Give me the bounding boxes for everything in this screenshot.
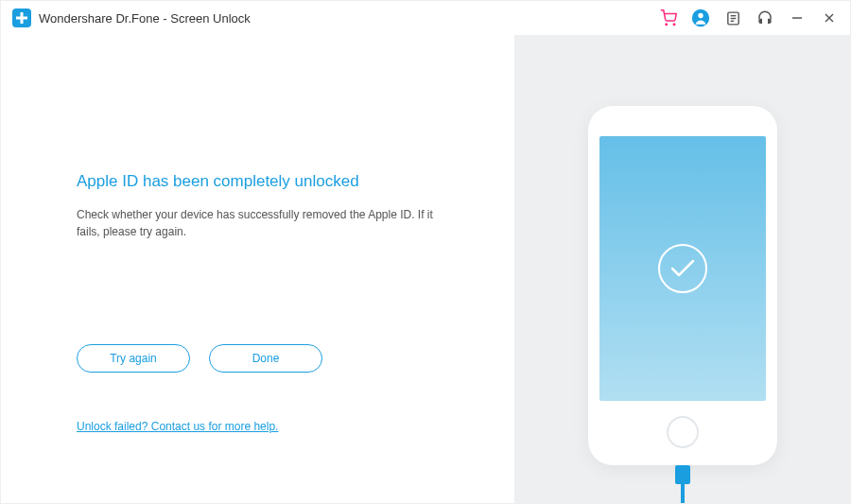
content: Apple ID has been completely unlocked Ch… xyxy=(1,35,850,503)
close-button[interactable] xyxy=(820,9,839,27)
status-subtext: Check whether your device has successful… xyxy=(77,206,436,240)
done-button[interactable]: Done xyxy=(209,344,322,373)
phone-illustration xyxy=(588,106,777,465)
app-title: Wondershare Dr.Fone - Screen Unlock xyxy=(39,11,651,26)
app-window: Wondershare Dr.Fone - Screen Unlock xyxy=(0,0,851,504)
app-logo-icon xyxy=(12,9,31,27)
cable xyxy=(681,482,685,503)
cart-icon[interactable] xyxy=(659,9,678,27)
try-again-button[interactable]: Try again xyxy=(77,344,190,373)
svg-point-3 xyxy=(666,24,668,26)
illustration-pane xyxy=(514,35,850,503)
title-actions xyxy=(659,9,839,27)
support-icon[interactable] xyxy=(755,9,774,27)
svg-rect-2 xyxy=(16,17,27,20)
titlebar: Wondershare Dr.Fone - Screen Unlock xyxy=(1,1,850,35)
checkmark-icon xyxy=(656,242,709,295)
svg-point-6 xyxy=(698,13,703,18)
minimize-button[interactable] xyxy=(788,9,807,27)
phone-screen xyxy=(599,136,766,401)
left-pane: Apple ID has been completely unlocked Ch… xyxy=(1,35,514,503)
status-heading: Apple ID has been completely unlocked xyxy=(77,172,477,191)
svg-point-14 xyxy=(659,245,706,292)
cable-connector xyxy=(675,465,690,484)
help-link[interactable]: Unlock failed? Contact us for more help. xyxy=(77,420,477,433)
account-icon[interactable] xyxy=(691,9,710,27)
feedback-icon[interactable] xyxy=(723,9,742,27)
button-row: Try again Done xyxy=(77,344,477,373)
phone-home-button xyxy=(667,416,699,448)
svg-point-4 xyxy=(673,24,675,26)
